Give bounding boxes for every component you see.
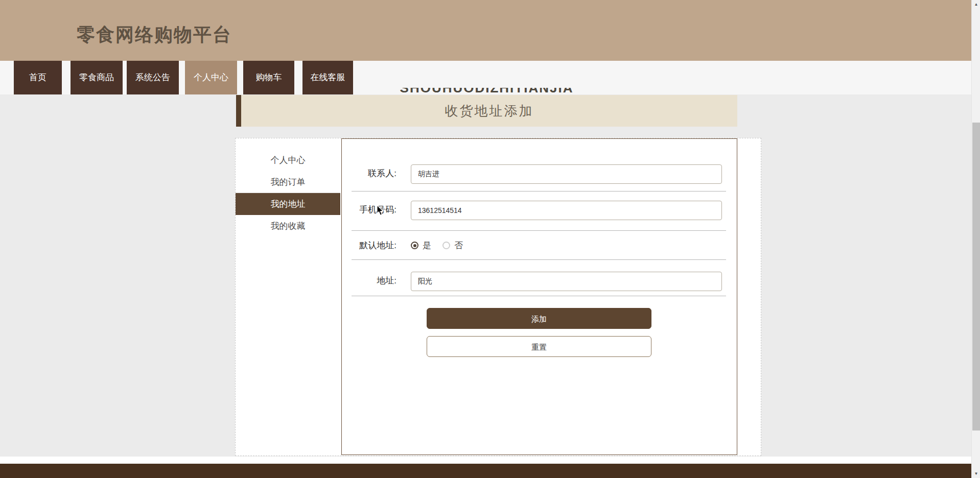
app-header: 零食网络购物平台 (0, 0, 971, 61)
scroll-up-icon[interactable]: ▲ (972, 0, 980, 9)
nav-tab-home[interactable]: 首页 (14, 61, 62, 94)
contact-label: 联系人: (342, 168, 396, 179)
default-address-radio-group: 是 否 (411, 240, 470, 251)
phone-label: 手机号码: (342, 204, 396, 216)
reset-button[interactable]: 重置 (427, 336, 651, 357)
add-button[interactable]: 添加 (427, 308, 651, 329)
sidebar-item-my-address[interactable]: 我的地址 (236, 193, 340, 215)
page-banner: 收货地址添加 (236, 95, 737, 127)
divider (352, 259, 726, 260)
nav-tab-products[interactable]: 零食商品 (71, 61, 123, 94)
nav-tab-personal-center[interactable]: 个人中心 (185, 61, 237, 94)
sidebar-item-my-orders[interactable]: 我的订单 (236, 171, 340, 193)
scrollbar-thumb[interactable] (972, 123, 980, 431)
nav-tab-announcements[interactable]: 系统公告 (127, 61, 179, 94)
default-address-label: 默认地址: (342, 240, 396, 251)
content-container: 个人中心 我的订单 我的地址 我的收藏 联系人: 手机号码: 默认地址: 是 否… (235, 138, 761, 456)
phone-input[interactable] (411, 201, 722, 220)
sidebar-item-my-favorites[interactable]: 我的收藏 (236, 215, 340, 237)
divider (352, 191, 726, 192)
address-input[interactable] (411, 272, 722, 291)
bottom-white-strip (0, 457, 980, 464)
page-title: 收货地址添加 (241, 95, 737, 127)
contact-input[interactable] (411, 164, 722, 184)
address-label: 地址: (342, 275, 396, 286)
sidebar-menu: 个人中心 我的订单 我的地址 我的收藏 (236, 149, 340, 237)
radio-yes[interactable] (411, 242, 418, 249)
clipped-page-heading: SHOUHUODIZHITIANJIA (236, 88, 737, 95)
vertical-scrollbar[interactable]: ▲ ▼ (971, 0, 980, 478)
radio-no-label[interactable]: 否 (454, 240, 463, 251)
divider (352, 230, 726, 231)
radio-no[interactable] (442, 242, 450, 249)
radio-yes-label[interactable]: 是 (423, 240, 431, 251)
address-form-panel: 联系人: 手机号码: 默认地址: 是 否 地址: 添加 重置 (341, 138, 737, 455)
scroll-down-icon[interactable]: ▼ (972, 469, 980, 478)
page-footer (0, 464, 980, 478)
sidebar-item-personal-center[interactable]: 个人中心 (236, 149, 340, 171)
divider (352, 296, 726, 296)
app-title: 零食网络购物平台 (77, 22, 232, 47)
